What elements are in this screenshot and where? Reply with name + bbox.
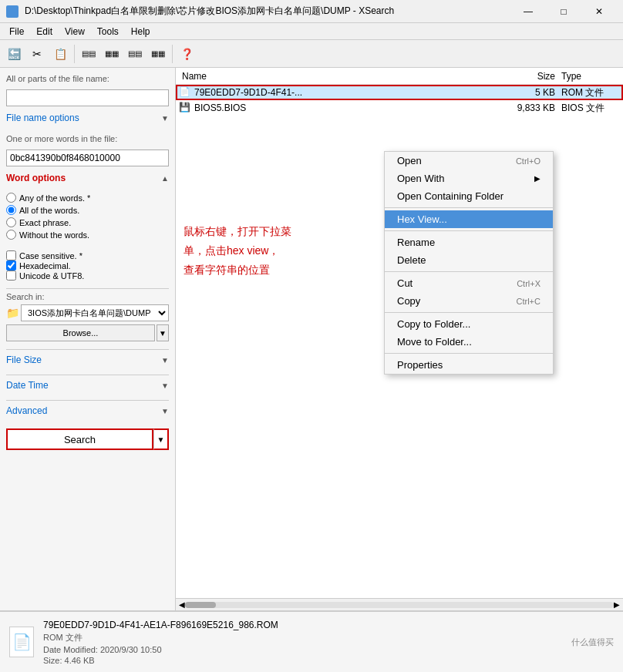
ctx-movetofolder[interactable]: Move to Folder... xyxy=(385,333,553,351)
minimize-button[interactable]: — xyxy=(510,0,546,23)
col-type-header: Type xyxy=(558,71,620,82)
left-panel: All or parts of the file name: File name… xyxy=(0,68,176,610)
toolbar-copy[interactable]: 📋 xyxy=(49,43,71,65)
file-list-header: Name Size Type xyxy=(176,68,623,85)
cb-hex-label: Hexadecimal. xyxy=(19,261,71,270)
radio-any[interactable]: Any of the words. * xyxy=(6,193,169,203)
file-type-0: ROM 文件 xyxy=(558,86,620,99)
ctx-cut[interactable]: Cut Ctrl+X xyxy=(385,274,553,292)
filename-options-header[interactable]: File name options ▼ xyxy=(6,111,169,125)
ctx-copy-shortcut: Ctrl+C xyxy=(517,297,540,306)
status-file-icon: 📄 xyxy=(9,627,34,657)
watermark: 什么值得买 xyxy=(571,637,614,648)
hscroll-track[interactable] xyxy=(185,602,614,608)
word-options-header[interactable]: Word options ▲ xyxy=(6,171,169,185)
filesize-header[interactable]: File Size ▼ xyxy=(6,353,169,367)
browse-row: Browse... ▼ xyxy=(6,324,169,341)
hscroll-right[interactable]: ▶ xyxy=(614,600,620,609)
ctx-sep3 xyxy=(385,271,553,272)
ctx-delete-label: Delete xyxy=(397,254,426,266)
ctx-movetofolder-label: Move to Folder... xyxy=(397,336,472,348)
table-row[interactable]: 📄 79E0EDD7-9D1D-4F41-... 5 KB ROM 文件 xyxy=(176,85,623,100)
toolbar-view1[interactable]: ▤▤ xyxy=(78,43,99,65)
cb-case-label: Case sensitive. * xyxy=(19,251,83,260)
filename-input[interactable] xyxy=(6,89,169,106)
menu-tools[interactable]: Tools xyxy=(91,25,125,39)
search-button[interactable]: Search xyxy=(6,428,153,450)
col-size-header: Size xyxy=(497,71,558,82)
menu-help[interactable]: Help xyxy=(125,25,157,39)
ctx-rename-label: Rename xyxy=(397,237,435,248)
search-btn-arrow[interactable]: ▼ xyxy=(153,428,169,450)
table-row[interactable]: 💾 BIOS5.BIOS 9,833 KB BIOS 文件 xyxy=(176,100,623,116)
toolbar-view4[interactable]: ▦▦ xyxy=(147,43,169,65)
advanced-arrow: ▼ xyxy=(161,407,169,415)
ctx-openwith[interactable]: Open With xyxy=(385,170,553,187)
toolbar-back[interactable]: 🔙 xyxy=(3,43,25,65)
datetime-header[interactable]: Date Time ▼ xyxy=(6,378,169,392)
ctx-delete[interactable]: Delete xyxy=(385,251,553,269)
radio-without[interactable]: Without the words. xyxy=(6,230,169,240)
cb-case[interactable]: Case sensitive. * xyxy=(6,250,169,260)
ctx-opencontaining[interactable]: Open Containing Folder xyxy=(385,187,553,205)
word-search-input[interactable] xyxy=(6,150,169,166)
advanced-header[interactable]: Advanced ▼ xyxy=(6,404,169,418)
ctx-open[interactable]: Open Ctrl+O xyxy=(385,152,553,170)
ctx-sep1 xyxy=(385,207,553,208)
ctx-properties[interactable]: Properties xyxy=(385,356,553,374)
file-type-1: BIOS 文件 xyxy=(558,102,620,115)
ctx-copytofolder[interactable]: Copy to Folder... xyxy=(385,315,553,333)
toolbar-view2[interactable]: ▦▦ xyxy=(101,43,123,65)
ctx-sep2 xyxy=(385,230,553,231)
menu-file[interactable]: File xyxy=(3,25,30,39)
browse-arrow[interactable]: ▼ xyxy=(157,324,169,341)
file-name-0: 79E0EDD7-9D1D-4F41-... xyxy=(194,87,497,98)
file-name-1: BIOS5.BIOS xyxy=(194,102,497,113)
hscroll-bar[interactable]: ◀ ▶ xyxy=(176,598,623,610)
datetime-label: Date Time xyxy=(6,380,49,391)
toolbar-help[interactable]: ❓ xyxy=(176,43,197,65)
folder-icon: 📁 xyxy=(6,307,19,319)
filesize-arrow: ▼ xyxy=(161,356,169,365)
toolbar-view3[interactable]: ▤▤ xyxy=(124,43,146,65)
filename-options-arrow: ▼ xyxy=(161,114,169,123)
ctx-rename[interactable]: Rename xyxy=(385,234,553,251)
ctx-properties-label: Properties xyxy=(397,359,443,371)
ctx-copy[interactable]: Copy Ctrl+C xyxy=(385,292,553,310)
cb-hex[interactable]: Hexadecimal. xyxy=(6,260,169,270)
close-button[interactable]: ✕ xyxy=(581,0,617,23)
radio-all[interactable]: All of the words. xyxy=(6,205,169,215)
hscroll-left[interactable]: ◀ xyxy=(179,600,185,609)
ctx-hexview-label: Hex View... xyxy=(397,213,447,225)
radio-exact[interactable]: Exact phrase. xyxy=(6,217,169,227)
context-menu: Open Ctrl+O Open With Open Containing Fo… xyxy=(384,151,554,375)
menu-view[interactable]: View xyxy=(59,25,91,39)
ctx-opencontaining-label: Open Containing Folder xyxy=(397,190,503,202)
radio-exact-label: Exact phrase. xyxy=(19,218,71,227)
radio-any-label: Any of the words. * xyxy=(19,193,90,203)
filename-options-label: File name options xyxy=(6,113,79,123)
status-right: 什么值得买 xyxy=(571,637,614,648)
hscroll-thumb[interactable] xyxy=(185,602,216,608)
toolbar: 🔙 ✂ 📋 ▤▤ ▦▦ ▤▤ ▦▦ ❓ xyxy=(0,40,623,68)
ctx-copytofolder-label: Copy to Folder... xyxy=(397,318,470,330)
cb-unicode-label: Unicode & UTF8. xyxy=(19,271,84,281)
ctx-hexview[interactable]: Hex View... xyxy=(385,210,553,228)
browse-button[interactable]: Browse... xyxy=(6,324,155,341)
col-name-header: Name xyxy=(179,71,497,82)
cb-unicode[interactable]: Unicode & UTF8. xyxy=(6,270,169,281)
radio-all-label: All of the words. xyxy=(19,206,79,215)
filesize-section: File Size ▼ xyxy=(6,349,169,367)
toolbar-cut[interactable]: ✂ xyxy=(26,43,48,65)
annotation-line1: 鼠标右键，打开下拉菜 xyxy=(184,222,291,241)
app-icon xyxy=(6,5,19,18)
search-in-dropdown[interactable]: 3IOS添加网卡白名单问题\DUMP xyxy=(21,304,169,321)
menu-bar: File Edit View Tools Help xyxy=(0,23,623,40)
title-bar-controls: — □ ✕ xyxy=(510,0,617,23)
title-bar-text: D:\Desktop\Thinkpad白名单限制删除\芯片修改BIOS添加网卡白… xyxy=(25,5,394,18)
menu-edit[interactable]: Edit xyxy=(30,25,59,39)
status-size: Size: 4.46 KB xyxy=(43,656,278,665)
radio-group: Any of the words. * All of the words. Ex… xyxy=(6,193,169,240)
status-modified: Date Modified: 2020/9/30 10:50 xyxy=(43,645,278,654)
maximize-button[interactable]: □ xyxy=(546,0,581,23)
